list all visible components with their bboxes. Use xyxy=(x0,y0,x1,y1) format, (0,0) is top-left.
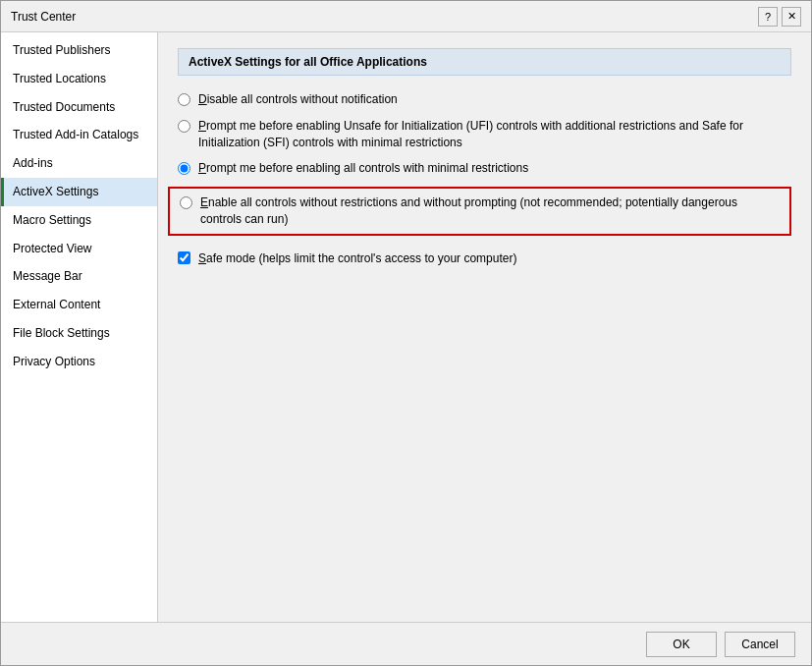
sidebar-item-activex-settings[interactable]: ActiveX Settings xyxy=(1,178,157,206)
sidebar-item-add-ins[interactable]: Add-ins xyxy=(1,149,157,178)
title-bar-buttons: ? ✕ xyxy=(758,7,801,27)
dialog-body: Trusted PublishersTrusted LocationsTrust… xyxy=(1,32,811,622)
ok-button[interactable]: OK xyxy=(646,632,717,657)
sidebar-item-trusted-add-in-catalogs[interactable]: Trusted Add-in Catalogs xyxy=(1,121,157,149)
sidebar-item-external-content[interactable]: External Content xyxy=(1,291,157,319)
radio-option-opt4[interactable]: Enable all controls without restrictions… xyxy=(168,187,791,236)
radio-input-opt4[interactable] xyxy=(180,196,192,209)
safe-mode-option[interactable]: Safe mode (helps limit the control's acc… xyxy=(178,251,791,265)
section-title: ActiveX Settings for all Office Applicat… xyxy=(178,48,791,76)
sidebar-item-trusted-locations[interactable]: Trusted Locations xyxy=(1,65,157,93)
sidebar-item-privacy-options[interactable]: Privacy Options xyxy=(1,348,157,376)
radio-label-opt4: Enable all controls without restrictions… xyxy=(200,194,782,228)
sidebar-item-message-bar[interactable]: Message Bar xyxy=(1,262,157,291)
main-content: ActiveX Settings for all Office Applicat… xyxy=(158,32,811,622)
radio-option-opt3[interactable]: Prompt me before enabling all controls w… xyxy=(178,160,791,177)
safe-mode-label: Safe mode (helps limit the control's acc… xyxy=(198,251,516,265)
title-bar: Trust Center ? ✕ xyxy=(1,1,811,32)
radio-input-opt1[interactable] xyxy=(178,93,190,106)
safe-mode-label-text: Safe mode (helps limit the control's acc… xyxy=(198,251,516,265)
safe-mode-checkbox[interactable] xyxy=(178,251,190,264)
sidebar-item-protected-view[interactable]: Protected View xyxy=(1,235,157,263)
help-button[interactable]: ? xyxy=(758,7,778,27)
radio-group: Disable all controls without notificatio… xyxy=(178,91,791,236)
sidebar-item-macro-settings[interactable]: Macro Settings xyxy=(1,206,157,235)
sidebar-item-trusted-publishers[interactable]: Trusted Publishers xyxy=(1,36,157,65)
sidebar-item-file-block-settings[interactable]: File Block Settings xyxy=(1,319,157,348)
radio-input-opt2[interactable] xyxy=(178,120,190,133)
sidebar-item-trusted-documents[interactable]: Trusted Documents xyxy=(1,93,157,122)
radio-label-opt2: Prompt me before enabling Unsafe for Ini… xyxy=(198,118,791,151)
cancel-button[interactable]: Cancel xyxy=(725,632,795,657)
radio-option-opt2[interactable]: Prompt me before enabling Unsafe for Ini… xyxy=(178,118,791,151)
sidebar: Trusted PublishersTrusted LocationsTrust… xyxy=(1,32,158,622)
trust-center-dialog: Trust Center ? ✕ Trusted PublishersTrust… xyxy=(0,0,812,666)
radio-label-opt3: Prompt me before enabling all controls w… xyxy=(198,160,528,177)
close-button[interactable]: ✕ xyxy=(782,7,801,27)
radio-input-opt3[interactable] xyxy=(178,162,190,175)
radio-label-opt1: Disable all controls without notificatio… xyxy=(198,91,398,108)
dialog-title: Trust Center xyxy=(11,10,76,24)
dialog-footer: OK Cancel xyxy=(1,622,811,665)
radio-option-opt1[interactable]: Disable all controls without notificatio… xyxy=(178,91,791,108)
